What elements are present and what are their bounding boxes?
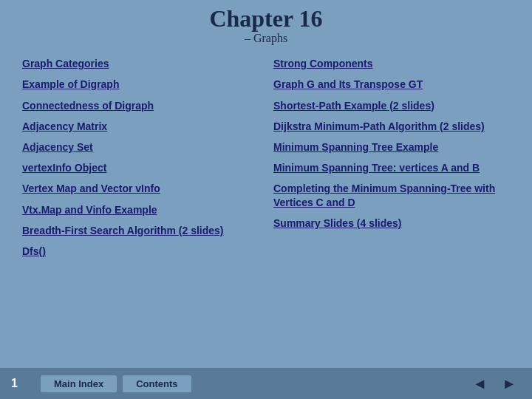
- right-column: Strong ComponentsGraph G and Its Transpo…: [273, 55, 510, 259]
- right-nav-dijkstra-min-path[interactable]: Dijkstra Minimum-Path Algorithm (2 slide…: [273, 118, 510, 134]
- left-nav-vertex-map-and-vector[interactable]: Vertex Map and Vector vInfo: [22, 180, 259, 197]
- page-number: 1: [11, 377, 33, 390]
- prev-button[interactable]: ◄: [468, 375, 491, 392]
- left-nav-adjacency-set[interactable]: Adjacency Set: [22, 139, 259, 155]
- left-nav-vertexinfo-object[interactable]: vertexInfo Object: [22, 160, 259, 176]
- left-nav-connectedness-of-digraph[interactable]: Connectedness of Digraph: [22, 98, 259, 114]
- left-nav-adjacency-matrix[interactable]: Adjacency Matrix: [22, 118, 259, 134]
- left-column: Graph CategoriesExample of DigraphConnec…: [22, 55, 259, 259]
- left-nav-graph-categories[interactable]: Graph Categories: [22, 55, 259, 72]
- main-content: Graph CategoriesExample of DigraphConnec…: [0, 48, 532, 259]
- contents-button[interactable]: Contents: [123, 375, 191, 392]
- main-index-button[interactable]: Main Index: [41, 375, 117, 392]
- footer-nav: ◄ ►: [468, 375, 521, 392]
- left-nav-vtxmap-and-vinfo-example[interactable]: Vtx.Map and Vinfo Example: [22, 202, 259, 218]
- right-nav-min-spanning-tree-example[interactable]: Minimum Spanning Tree Example: [273, 139, 510, 155]
- right-nav-summary-slides[interactable]: Summary Slides (4 slides): [273, 215, 510, 231]
- next-button[interactable]: ►: [497, 375, 521, 392]
- right-nav-min-spanning-tree-ab[interactable]: Minimum Spanning Tree: vertices A and B: [273, 160, 510, 176]
- right-nav-strong-components[interactable]: Strong Components: [273, 55, 510, 72]
- left-nav-dfs[interactable]: Dfs(): [22, 243, 259, 259]
- right-nav-shortest-path-example[interactable]: Shortest-Path Example (2 slides): [273, 98, 510, 114]
- left-nav-example-of-digraph[interactable]: Example of Digraph: [22, 76, 259, 92]
- right-nav-completing-min-spanning-tree[interactable]: Completing the Minimum Spanning-Tree wit…: [273, 180, 510, 210]
- right-nav-graph-g-transpose[interactable]: Graph G and Its Transpose GT: [273, 76, 510, 92]
- footer-buttons: Main Index Contents: [41, 375, 191, 392]
- header: Chapter 16 – Graphs: [0, 0, 532, 48]
- page-subtitle: – Graphs: [0, 32, 532, 45]
- footer: 1 Main Index Contents ◄ ►: [0, 368, 532, 399]
- left-nav-breadth-first-search[interactable]: Breadth-First Search Algorithm (2 slides…: [22, 222, 259, 239]
- page-title: Chapter 16: [0, 6, 532, 32]
